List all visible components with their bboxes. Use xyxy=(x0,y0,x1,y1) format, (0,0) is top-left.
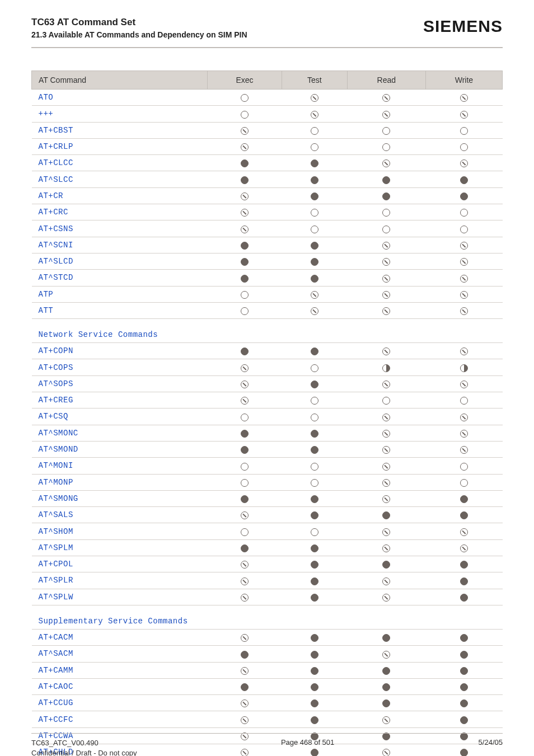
at-command-cell[interactable]: AT+CSNS xyxy=(32,220,208,237)
filled-circle-icon xyxy=(241,544,249,552)
at-command-cell[interactable]: AT^STCD xyxy=(32,270,208,286)
at-command-cell[interactable]: AT+CSQ xyxy=(32,408,208,425)
read-cell xyxy=(347,204,425,220)
open-circle-icon xyxy=(241,414,249,421)
filled-circle-icon xyxy=(241,430,249,438)
filled-circle-icon xyxy=(241,242,249,250)
at-command-cell[interactable]: AT+CR xyxy=(32,187,208,204)
open-circle-icon xyxy=(241,528,249,536)
open-circle-icon xyxy=(311,143,318,151)
read-cell xyxy=(347,662,425,678)
slash-circle-icon xyxy=(241,226,249,233)
open-circle-icon xyxy=(241,291,249,299)
table-header-row: AT Command Exec Test Read Write xyxy=(32,71,503,90)
write-cell xyxy=(425,220,502,237)
slash-circle-icon xyxy=(460,307,468,315)
filled-circle-icon xyxy=(382,561,390,569)
slash-circle-icon xyxy=(382,275,390,283)
read-cell xyxy=(347,589,425,605)
test-cell xyxy=(282,695,348,711)
at-command-cell[interactable]: AT^SOPS xyxy=(32,375,208,392)
at-command-cell[interactable]: AT^SMOND xyxy=(32,441,208,457)
at-command-cell[interactable]: AT^MONP xyxy=(32,474,208,490)
at-command-cell[interactable]: AT^SALS xyxy=(32,507,208,523)
filled-circle-icon xyxy=(311,381,318,388)
open-circle-icon xyxy=(382,127,390,135)
read-cell xyxy=(347,695,425,711)
read-cell xyxy=(347,490,425,506)
at-command-cell[interactable]: AT+COPN xyxy=(32,343,208,359)
at-command-cell[interactable]: ATO xyxy=(32,90,208,106)
at-command-cell[interactable]: AT^SPLM xyxy=(32,539,208,556)
footer-date: 5/24/05 xyxy=(479,738,503,746)
test-cell xyxy=(282,155,348,171)
write-cell xyxy=(425,539,502,556)
filled-circle-icon xyxy=(382,176,390,184)
at-command-cell[interactable]: AT+CAOC xyxy=(32,678,208,694)
exec-cell xyxy=(207,375,282,392)
exec-cell xyxy=(207,458,282,474)
at-command-cell[interactable]: AT+COPS xyxy=(32,359,208,375)
at-command-cell[interactable]: ATT xyxy=(32,302,208,318)
write-cell xyxy=(425,629,502,645)
at-command-cell[interactable]: AT+CACM xyxy=(32,629,208,645)
brand-logo: SIEMENS xyxy=(423,17,503,36)
document-subtitle: 21.3 Available AT Commands and Dependenc… xyxy=(31,30,247,39)
exec-cell xyxy=(207,138,282,154)
test-cell xyxy=(282,662,348,678)
at-command-cell[interactable]: AT^SLCC xyxy=(32,171,208,187)
filled-circle-icon xyxy=(311,699,318,707)
at-command-cell[interactable]: AT^SPLR xyxy=(32,572,208,589)
at-command-cell[interactable]: AT+CREG xyxy=(32,392,208,408)
slash-circle-icon xyxy=(382,414,390,421)
at-command-cell[interactable]: +++ xyxy=(32,106,208,122)
at-command-cell[interactable]: AT+CBST xyxy=(32,122,208,138)
filled-circle-icon xyxy=(311,716,318,724)
slash-circle-icon xyxy=(460,544,468,552)
write-cell xyxy=(425,523,502,539)
at-command-cell[interactable]: AT+CCUG xyxy=(32,695,208,711)
test-cell xyxy=(282,343,348,359)
slash-circle-icon xyxy=(382,242,390,250)
exec-cell xyxy=(207,556,282,572)
at-command-cell[interactable]: AT+CCFC xyxy=(32,711,208,727)
at-command-cell[interactable]: ATP xyxy=(32,286,208,302)
at-command-cell[interactable]: AT^SLCD xyxy=(32,253,208,269)
at-command-cell[interactable]: AT+CRC xyxy=(32,204,208,220)
write-cell xyxy=(425,490,502,506)
filled-circle-icon xyxy=(460,561,468,569)
at-command-cell[interactable]: AT+CPOL xyxy=(32,556,208,572)
slash-circle-icon xyxy=(382,577,390,585)
at-command-cell[interactable]: AT^SHOM xyxy=(32,523,208,539)
at-command-cell[interactable]: AT+CLCC xyxy=(32,155,208,171)
exec-cell xyxy=(207,237,282,253)
write-cell xyxy=(425,392,502,408)
header-left: TC63 AT Command Set 21.3 Available AT Co… xyxy=(31,17,247,39)
open-circle-icon xyxy=(382,209,390,217)
at-command-cell[interactable]: AT^SPLW xyxy=(32,589,208,605)
write-cell xyxy=(425,711,502,727)
slash-circle-icon xyxy=(460,430,468,438)
open-circle-icon xyxy=(311,463,318,471)
exec-cell xyxy=(207,171,282,187)
slash-circle-icon xyxy=(460,381,468,388)
at-command-cell[interactable]: AT+CRLP xyxy=(32,138,208,154)
table-row: AT+CRC xyxy=(32,204,503,220)
test-cell xyxy=(282,375,348,392)
exec-cell xyxy=(207,572,282,589)
at-command-cell[interactable]: AT+CAMM xyxy=(32,662,208,678)
read-cell xyxy=(347,138,425,154)
at-command-cell[interactable]: AT^SMONG xyxy=(32,490,208,506)
write-cell xyxy=(425,155,502,171)
test-cell xyxy=(282,220,348,237)
table-row: AT+CAMM xyxy=(32,662,503,678)
at-command-cell[interactable]: AT^SMONC xyxy=(32,425,208,441)
test-cell xyxy=(282,572,348,589)
read-cell xyxy=(347,474,425,490)
at-command-cell[interactable]: AT^SACM xyxy=(32,646,208,662)
test-cell xyxy=(282,122,348,138)
read-cell xyxy=(347,556,425,572)
at-command-cell[interactable]: AT^SCNI xyxy=(32,237,208,253)
write-cell xyxy=(425,572,502,589)
at-command-cell[interactable]: AT^MONI xyxy=(32,458,208,474)
